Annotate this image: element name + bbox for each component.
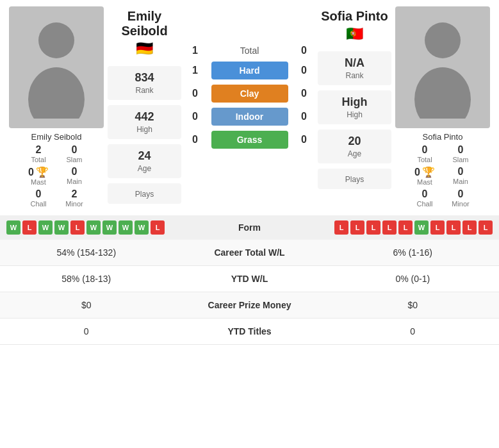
left-stats-row2: 0 🏆 Mast 0 Main — [22, 166, 90, 186]
stats-right-val: $0 — [327, 292, 500, 318]
main-container: Emily Seibold 2 Total 0 Slam 0 🏆 Mast — [0, 0, 499, 345]
stats-right-val: 0 — [327, 319, 500, 344]
form-badge-left: L — [22, 220, 37, 235]
svg-point-3 — [414, 67, 471, 119]
right-age-label: Age — [325, 149, 384, 158]
grass-surface-btn[interactable]: Grass — [211, 131, 288, 149]
left-high-value: 442 — [115, 110, 174, 124]
left-plays-label: Plays — [115, 190, 174, 199]
right-rank-label: Rank — [325, 71, 384, 80]
left-high-box: 442 High — [108, 105, 181, 139]
stats-left-val: 0 — [0, 319, 173, 344]
form-badge-left: L — [151, 220, 165, 235]
hard-right-score: 0 — [295, 65, 314, 76]
stats-left-val: 58% (18-13) — [0, 266, 173, 292]
left-player-block: Emily Seibold 2 Total 0 Slam 0 🏆 Mast — [5, 6, 108, 208]
form-badge-left: W — [102, 220, 117, 235]
left-age-label: Age — [115, 164, 174, 173]
indoor-match-row: 0 Indoor 0 — [181, 108, 318, 126]
stats-center-label: Career Prize Money — [173, 292, 327, 318]
stats-left-val: 54% (154-132) — [0, 240, 173, 265]
form-badge-right: W — [414, 220, 429, 235]
clay-right-score: 0 — [295, 88, 314, 99]
stats-table: 54% (154-132)Career Total W/L6% (1-16)58… — [0, 240, 499, 345]
left-minor-value: 2 — [58, 188, 90, 200]
grass-left-score: 0 — [186, 134, 205, 145]
left-player-title: Emily Seibold 🇩🇪 — [108, 6, 181, 61]
right-slam-value: 0 — [445, 144, 477, 156]
stats-row: 0YTD Titles0 — [0, 319, 499, 345]
left-minor-stat: 2 Minor — [58, 188, 90, 208]
right-plays-label: Plays — [325, 175, 384, 184]
indoor-surface-btn[interactable]: Indoor — [211, 108, 288, 126]
form-badge-right: L — [462, 220, 477, 235]
left-mast-label: Mast — [22, 178, 54, 186]
clay-left-score: 0 — [186, 88, 205, 99]
right-age-value: 20 — [325, 135, 384, 148]
right-main-value: 0 — [445, 166, 477, 178]
right-rank-value: N/A — [325, 56, 384, 70]
hard-match-row: 1 Hard 0 — [181, 62, 318, 79]
center-match-col: 1 Total 0 1 Hard 0 0 Clay 0 0 — [181, 6, 318, 208]
left-player-flag: 🇩🇪 — [108, 40, 181, 57]
right-total-value: 0 — [409, 144, 441, 156]
left-minor-label: Minor — [58, 200, 90, 208]
right-main-stat: 0 Main — [445, 166, 477, 186]
total-left-score: 1 — [186, 45, 205, 56]
right-mast-label: Mast — [409, 178, 441, 186]
form-badge-left: W — [119, 220, 133, 235]
right-trophy-icon: 🏆 — [422, 166, 435, 178]
form-badge-left: W — [54, 220, 69, 235]
right-chall-value: 0 — [409, 188, 441, 200]
stats-right-val: 0% (0-1) — [327, 266, 500, 292]
left-rank-value: 834 — [115, 71, 174, 85]
right-player-block: Sofia Pinto 0 Total 0 Slam 0 🏆 Mast — [391, 6, 494, 208]
left-trophy-icon: 🏆 — [36, 166, 49, 178]
left-main-stat: 0 Main — [58, 166, 90, 186]
form-badge-right: L — [430, 220, 445, 235]
form-badge-right: L — [479, 220, 493, 235]
form-badge-right: L — [334, 220, 348, 235]
right-stats-row1: 0 Total 0 Slam — [409, 144, 477, 163]
stats-row: $0Career Prize Money$0 — [0, 292, 499, 319]
right-rank-box: N/A Rank — [318, 51, 391, 85]
form-badge-right: L — [398, 220, 413, 235]
left-main-value: 0 — [58, 166, 90, 178]
left-age-value: 24 — [115, 149, 174, 163]
right-minor-label: Minor — [445, 200, 477, 208]
right-form-badges: LLLLLWLLLL — [334, 220, 493, 235]
left-slam-label: Slam — [58, 156, 90, 163]
stats-center-label: YTD W/L — [173, 266, 327, 292]
stats-center-label: Career Total W/L — [173, 240, 327, 265]
left-form-badges: WLWWLWWWWL — [6, 220, 165, 235]
right-total-label: Total — [409, 156, 441, 163]
right-player-name-below: Sofia Pinto — [423, 132, 463, 142]
form-badge-left: W — [38, 220, 53, 235]
form-badge-left: W — [6, 220, 20, 235]
left-total-value: 2 — [22, 144, 54, 156]
right-minor-stat: 0 Minor — [445, 188, 477, 208]
right-age-box: 20 Age — [318, 129, 391, 163]
right-player-photo — [395, 6, 490, 128]
left-age-box: 24 Age — [108, 144, 181, 178]
right-slam-stat: 0 Slam — [445, 144, 477, 163]
left-player-name-below: Emily Seibold — [31, 132, 82, 142]
hard-surface-btn[interactable]: Hard — [211, 62, 288, 79]
left-total-label: Total — [22, 156, 54, 163]
left-stats-row3: 0 Chall 2 Minor — [22, 188, 90, 208]
total-right-score: 0 — [295, 45, 314, 56]
right-stats-row2: 0 🏆 Mast 0 Main — [409, 166, 477, 186]
left-plays-box: Plays — [108, 183, 181, 204]
right-total-stat: 0 Total — [409, 144, 441, 163]
right-player-fullname: Sofia Pinto — [321, 9, 388, 24]
left-rank-box: 834 Rank — [108, 66, 181, 100]
left-chall-value: 0 — [22, 188, 54, 200]
form-badge-left: W — [135, 220, 149, 235]
grass-match-row: 0 Grass 0 — [181, 131, 318, 149]
right-mast-stat: 0 🏆 Mast — [409, 166, 441, 186]
clay-surface-btn[interactable]: Clay — [211, 85, 288, 103]
left-stats-row1: 2 Total 0 Slam — [22, 144, 90, 163]
form-badge-left: W — [86, 220, 101, 235]
left-mast-value: 0 🏆 — [22, 166, 54, 178]
right-high-label: High — [325, 110, 384, 119]
